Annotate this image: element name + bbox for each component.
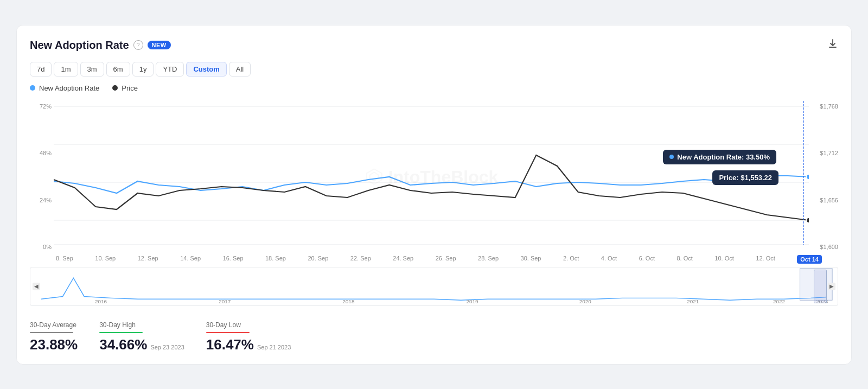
filter-1m[interactable]: 1m <box>54 62 78 76</box>
new-badge: NEW <box>148 41 171 49</box>
stat-30day-average: 30-Day Average 23.88% <box>30 321 78 353</box>
stat-30day-high: 30-Day High 34.66% Sep 23 2023 <box>99 321 184 353</box>
y-axis-left: 72% 48% 24% 0% <box>30 101 52 253</box>
tooltip-price-text: Price: $1,553.22 <box>719 174 772 182</box>
page-title: New Adoption Rate <box>30 39 129 52</box>
tooltip-price: Price: $1,553.22 <box>712 170 778 185</box>
svg-text:2019: 2019 <box>467 298 478 304</box>
stat-high-label: 30-Day High <box>99 321 184 329</box>
help-icon[interactable]: ? <box>133 40 143 50</box>
mini-chart-svg: 2016 2017 2018 2019 2020 2021 2022 2023 <box>30 267 838 305</box>
main-chart-area: 72% 48% 24% 0% $1,768 $1,712 $1,656 $1,6… <box>30 101 838 253</box>
svg-text:2020: 2020 <box>579 298 592 304</box>
tooltip-adoption-dot <box>669 155 674 159</box>
y-axis-right: $1,768 $1,712 $1,656 $1,600 <box>811 101 838 253</box>
svg-point-8 <box>806 174 809 180</box>
svg-text:2017: 2017 <box>219 298 231 304</box>
x-axis: 8. Sep 10. Sep 12. Sep 14. Sep 16. Sep 1… <box>30 255 838 264</box>
download-icon[interactable] <box>827 39 838 52</box>
legend-adoption: New Adoption Rate <box>30 84 99 92</box>
tooltip-adoption: New Adoption Rate: 33.50% <box>663 150 776 164</box>
filter-custom[interactable]: Custom <box>186 62 226 76</box>
svg-text:2022: 2022 <box>773 298 785 304</box>
stat-low-value: 16.47% Sep 21 2023 <box>206 336 291 353</box>
mini-chart: ◀ 2016 2017 2018 2019 2020 2021 2022 202… <box>30 267 838 306</box>
stat-high-underline <box>99 332 143 333</box>
filter-7d[interactable]: 7d <box>30 62 52 76</box>
chart-inner: IntoTheBlock <box>54 101 809 253</box>
svg-text:2018: 2018 <box>342 298 355 304</box>
stat-avg-underline <box>30 332 73 333</box>
svg-text:2021: 2021 <box>687 298 699 304</box>
legend-price-dot <box>112 85 118 91</box>
filter-1y[interactable]: 1y <box>132 62 154 76</box>
mini-scroll-right[interactable]: ▶ <box>828 283 835 290</box>
stat-high-date: Sep 23 2023 <box>150 344 184 350</box>
legend-adoption-dot <box>30 85 35 91</box>
chart-legend: New Adoption Rate Price <box>30 84 838 92</box>
legend-price-label: Price <box>122 84 138 92</box>
chart-header: New Adoption Rate ? NEW <box>30 39 838 52</box>
stat-avg-value: 23.88% <box>30 336 78 353</box>
svg-point-9 <box>806 218 809 223</box>
filter-all[interactable]: All <box>229 62 251 76</box>
chart-svg <box>54 101 809 253</box>
filter-3m[interactable]: 3m <box>80 62 104 76</box>
filter-ytd[interactable]: YTD <box>156 62 184 76</box>
header-left: New Adoption Rate ? NEW <box>30 39 171 52</box>
stat-high-value: 34.66% Sep 23 2023 <box>99 336 184 353</box>
mini-scroll-handle[interactable] <box>814 270 827 303</box>
stat-30day-low: 30-Day Low 16.47% Sep 21 2023 <box>206 321 291 353</box>
legend-price: Price <box>112 84 138 92</box>
filter-6m[interactable]: 6m <box>106 62 130 76</box>
stat-avg-label: 30-Day Average <box>30 321 78 329</box>
time-filters: 7d 1m 3m 6m 1y YTD Custom All <box>30 62 838 76</box>
svg-text:2016: 2016 <box>95 298 107 304</box>
legend-adoption-label: New Adoption Rate <box>39 84 99 92</box>
tooltip-adoption-text: New Adoption Rate: 33.50% <box>677 153 770 161</box>
stats-section: 30-Day Average 23.88% 30-Day High 34.66%… <box>30 315 838 353</box>
main-card: New Adoption Rate ? NEW 7d 1m 3m 6m 1y Y… <box>16 25 852 365</box>
stat-low-underline <box>206 332 250 333</box>
stat-low-date: Sep 21 2023 <box>257 344 291 350</box>
stat-low-label: 30-Day Low <box>206 321 291 329</box>
mini-scroll-left[interactable]: ◀ <box>33 283 40 290</box>
